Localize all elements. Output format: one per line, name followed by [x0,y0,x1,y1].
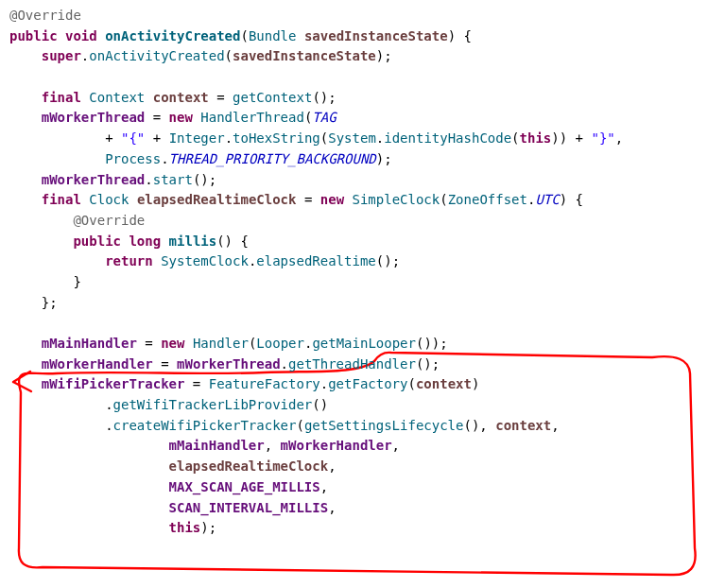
code-line: mMainHandler, mWorkerHandler, [9,436,716,457]
method-decl: onActivityCreated [105,28,240,43]
code-line: public void onActivityCreated(Bundle sav… [9,26,716,47]
code-line: mMainHandler = new Handler(Looper.getMai… [9,334,716,355]
param: savedInstanceState [304,28,448,43]
code-block: @Override public void onActivityCreated(… [9,6,716,539]
keyword-super: super [42,48,81,63]
code-line: this); [9,518,716,539]
arg: savedInstanceState [233,48,376,63]
code-line: } [9,272,716,293]
code-line: return SystemClock.elapsedRealtime(); [9,251,716,272]
code-line: + "{" + Integer.toHexString(System.ident… [9,129,716,149]
code-line: final Clock elapsedRealtimeClock = new S… [9,190,716,211]
code-line: super.onActivityCreated(savedInstanceSta… [9,46,716,67]
code-line: mWorkerThread.start(); [9,170,716,191]
keyword-void: void [65,28,97,43]
code-line: .getWifiTrackerLibProvider() [9,395,716,416]
code-line: .createWifiPickerTracker(getSettingsLife… [9,416,716,437]
type: Bundle [249,28,297,43]
code-line: mWorkerHandler = mWorkerThread.getThread… [9,355,716,375]
code-line: Process.THREAD_PRIORITY_BACKGROUND); [9,149,716,170]
code-line: final Context context = getContext(); [9,88,716,109]
annotation: @Override [9,8,81,23]
code-line: @Override [9,211,716,232]
code-line: SCAN_INTERVAL_MILLIS, [9,498,716,519]
method-call: onActivityCreated [89,48,224,63]
code-line: public long millis() { [9,232,716,252]
code-line: mWifiPickerTracker = FeatureFactory.getF… [9,374,716,395]
code-line: @Override [9,6,716,26]
code-line: elapsedRealtimeClock, [9,457,716,477]
code-line: MAX_SCAN_AGE_MILLIS, [9,477,716,498]
keyword-public: public [9,28,58,43]
code-line: mWorkerThread = new HandlerThread(TAG [9,108,716,129]
code-line: }; [9,293,716,314]
